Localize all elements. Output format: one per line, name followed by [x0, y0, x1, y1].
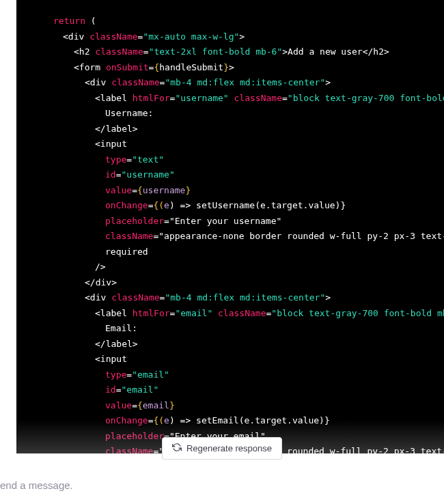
code-line: /> — [16, 260, 444, 275]
message-input-bar[interactable] — [0, 474, 444, 496]
code-line: return ( — [16, 14, 444, 29]
code-line: value={username} — [16, 183, 444, 199]
code-line: id="email" — [16, 382, 444, 398]
code-line: type="text" — [16, 152, 444, 168]
message-input[interactable] — [0, 474, 444, 496]
code-line: required — [16, 244, 444, 260]
code-line: </label> — [16, 337, 444, 352]
code-line: <div className="mb-4 md:flex md:items-ce… — [16, 290, 444, 306]
code-line: <label htmlFor="username" className="blo… — [16, 91, 444, 107]
code-line: </label> — [16, 122, 444, 137]
code-line: id="username" — [16, 167, 444, 183]
code-line: Username: — [16, 106, 444, 122]
refresh-icon — [172, 443, 182, 454]
code-line: <div className="mx-auto max-w-lg"> — [16, 29, 444, 45]
code-line: Email: — [16, 321, 444, 337]
code-line: <label htmlFor="email" className="block … — [16, 306, 444, 322]
code-line: <h2 className="text-2xl font-bold mb-6">… — [16, 44, 444, 60]
code-line: onChange={(e) => setEmail(e.target.value… — [16, 413, 444, 429]
code-line: <input — [16, 352, 444, 367]
code-line: <div className="mb-4 md:flex md:items-ce… — [16, 75, 444, 91]
regenerate-button[interactable]: Regenerate response — [162, 437, 282, 460]
regenerate-label: Regenerate response — [186, 443, 272, 453]
code-line: placeholder="Enter your username" — [16, 214, 444, 229]
code-block: return ( <div className="mx-auto max-w-l… — [16, 0, 444, 453]
code-line: type="email" — [16, 367, 444, 383]
code-line: <form onSubmit={handleSubmit}> — [16, 60, 444, 76]
code-line: onChange={(e) => setUsername(e.target.va… — [16, 198, 444, 214]
code-line: value={email} — [16, 398, 444, 414]
code-line: </div> — [16, 275, 444, 291]
code-line: <input — [16, 137, 444, 152]
code-line: className="appearance-none border rounde… — [16, 229, 444, 244]
